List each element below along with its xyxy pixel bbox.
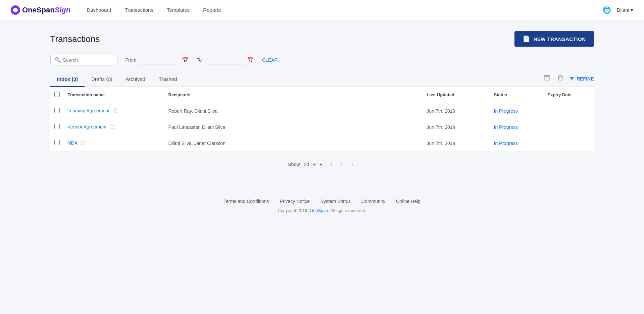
row-checkbox-1[interactable] bbox=[54, 124, 60, 129]
nav-transactions[interactable]: Transactions bbox=[125, 6, 153, 14]
row-expiry-1 bbox=[544, 119, 594, 135]
table-header-row: Transaction name Recipients Last Updated… bbox=[50, 87, 594, 103]
row-recipients-2: Dilani Silva, Janet Clarkson bbox=[164, 135, 423, 151]
row-checkbox-cell bbox=[50, 135, 64, 151]
header-status: Status bbox=[490, 87, 544, 103]
nav-reports[interactable]: Reports bbox=[203, 6, 221, 14]
footer-community[interactable]: Community bbox=[361, 199, 385, 204]
from-date-field: From 📅 bbox=[126, 56, 189, 64]
row-transaction-name-1: Vendor Agreement ⓘ bbox=[64, 119, 164, 135]
info-icon-1[interactable]: ⓘ bbox=[110, 124, 114, 129]
main-content: Transactions 📄 NEW TRANSACTION 🔍 From 📅 … bbox=[37, 20, 607, 188]
from-date-input[interactable] bbox=[139, 56, 179, 64]
new-transaction-icon: 📄 bbox=[523, 35, 530, 43]
header-last-updated[interactable]: Last Updated ↓ bbox=[423, 87, 490, 103]
logo-icon bbox=[11, 5, 20, 15]
from-calendar-icon[interactable]: 📅 bbox=[182, 57, 189, 63]
to-calendar-icon[interactable]: 📅 bbox=[247, 57, 254, 63]
row-transaction-name-2: NDA ⓘ bbox=[64, 135, 164, 151]
show-select: Show 20 50 100 ▾ bbox=[288, 161, 322, 167]
prev-page-button[interactable]: ‹ bbox=[328, 159, 335, 169]
footer-system[interactable]: System Status bbox=[320, 199, 351, 204]
status-badge-2: In Progress bbox=[494, 141, 518, 146]
new-transaction-button[interactable]: 📄 NEW TRANSACTION bbox=[514, 31, 594, 47]
status-badge-1: In Progress bbox=[494, 124, 518, 130]
header-checkbox-col bbox=[50, 87, 64, 103]
tab-inbox[interactable]: Inbox (3) bbox=[50, 72, 85, 87]
refine-button[interactable]: REFINE bbox=[569, 76, 594, 82]
row-last-updated-1: Jun 7th, 2019 bbox=[423, 119, 490, 135]
info-icon-2[interactable]: ⓘ bbox=[81, 140, 85, 146]
svg-rect-0 bbox=[544, 75, 550, 76]
transaction-name-link-2[interactable]: NDA bbox=[68, 140, 78, 146]
header-right: 🌐 Dilani ▾ bbox=[603, 6, 633, 14]
page-title: Transactions bbox=[50, 34, 100, 44]
show-label: Show bbox=[288, 162, 300, 167]
transactions-table: Transaction name Recipients Last Updated… bbox=[50, 87, 594, 151]
chevron-down-show-icon: ▾ bbox=[320, 162, 322, 167]
row-status-1: In Progress bbox=[490, 119, 544, 135]
table-body: Teaming Agreement ⓘ Robert Ray, Dilani S… bbox=[50, 103, 594, 151]
search-wrap: 🔍 bbox=[50, 55, 117, 65]
clear-button[interactable]: CLEAR bbox=[262, 57, 278, 63]
copyright-brand-link[interactable]: OneSpan bbox=[310, 208, 328, 213]
row-transaction-name-0: Teaming Agreement ⓘ bbox=[64, 103, 164, 119]
tabs-bar: Inbox (3) Drafts (0) Archived Trashed RE… bbox=[50, 72, 594, 87]
table-row: NDA ⓘ Dilani Silva, Janet Clarkson Jun 7… bbox=[50, 135, 594, 151]
chevron-down-icon: ▾ bbox=[631, 7, 633, 13]
row-status-2: In Progress bbox=[490, 135, 544, 151]
footer-links: Terms and Conditions Privacy Notice Syst… bbox=[5, 199, 639, 204]
transaction-name-link-0[interactable]: Teaming Agreement bbox=[68, 108, 110, 113]
nav-templates[interactable]: Templates bbox=[167, 6, 190, 14]
next-page-button[interactable]: › bbox=[349, 159, 356, 169]
search-input[interactable] bbox=[63, 57, 113, 63]
status-badge-0: In Progress bbox=[494, 108, 518, 114]
refine-label: REFINE bbox=[577, 76, 594, 82]
sort-icon: ↓ bbox=[457, 92, 459, 97]
footer: Terms and Conditions Privacy Notice Syst… bbox=[0, 188, 644, 218]
row-recipients-0: Robert Ray, Dilani Silva bbox=[164, 103, 423, 119]
page-header: Transactions 📄 NEW TRANSACTION bbox=[50, 31, 594, 47]
main-header: OneSpanSign Dashboard Transactions Templ… bbox=[0, 0, 644, 20]
row-checkbox-cell bbox=[50, 119, 64, 135]
footer-privacy[interactable]: Privacy Notice bbox=[280, 199, 309, 204]
row-checkbox-2[interactable] bbox=[54, 140, 60, 145]
tab-archived[interactable]: Archived bbox=[119, 72, 152, 87]
pagination: Show 20 50 100 ▾ ‹ 1 › bbox=[50, 151, 594, 177]
nav-dashboard[interactable]: Dashboard bbox=[87, 6, 111, 14]
table-row: Teaming Agreement ⓘ Robert Ray, Dilani S… bbox=[50, 103, 594, 119]
tab-trashed[interactable]: Trashed bbox=[152, 72, 184, 87]
header-recipients: Recipients bbox=[164, 87, 423, 103]
header-transaction-name: Transaction name bbox=[64, 87, 164, 103]
transactions-table-wrap: Transaction name Recipients Last Updated… bbox=[50, 87, 594, 151]
header-expiry: Expiry Date bbox=[544, 87, 594, 103]
to-label: To bbox=[197, 57, 202, 63]
row-checkbox-0[interactable] bbox=[54, 108, 60, 113]
user-menu[interactable]: Dilani ▾ bbox=[616, 7, 633, 13]
current-page: 1 bbox=[340, 161, 343, 167]
row-status-0: In Progress bbox=[490, 103, 544, 119]
footer-help[interactable]: Online Help bbox=[396, 199, 420, 204]
footer-terms[interactable]: Terms and Conditions bbox=[224, 199, 269, 204]
logo: OneSpanSign bbox=[11, 5, 70, 15]
row-last-updated-2: Jun 7th, 2019 bbox=[423, 135, 490, 151]
globe-icon[interactable]: 🌐 bbox=[603, 6, 611, 14]
new-transaction-label: NEW TRANSACTION bbox=[534, 36, 586, 42]
info-icon-0[interactable]: ⓘ bbox=[113, 108, 117, 113]
search-icon: 🔍 bbox=[55, 57, 61, 63]
transaction-name-link-1[interactable]: Vendor Agreement bbox=[68, 124, 107, 129]
row-expiry-0 bbox=[544, 103, 594, 119]
table-row: Vendor Agreement ⓘ Paul Lancaster, Dilan… bbox=[50, 119, 594, 135]
copyright: Copyright 2019, OneSpan. All rights rese… bbox=[5, 208, 639, 213]
logo-onespan-text: OneSpan bbox=[22, 6, 55, 14]
row-expiry-2 bbox=[544, 135, 594, 151]
select-all-checkbox[interactable] bbox=[54, 92, 60, 97]
tab-drafts[interactable]: Drafts (0) bbox=[85, 72, 119, 87]
archive-icon-button[interactable] bbox=[542, 73, 552, 84]
tabs-toolbar: REFINE bbox=[542, 73, 594, 86]
trash-icon-button[interactable] bbox=[556, 73, 565, 84]
main-nav: Dashboard Transactions Templates Reports bbox=[87, 6, 603, 14]
from-label: From bbox=[126, 57, 137, 63]
to-date-input[interactable] bbox=[204, 56, 245, 64]
show-count-select[interactable]: 20 50 100 bbox=[302, 161, 317, 167]
